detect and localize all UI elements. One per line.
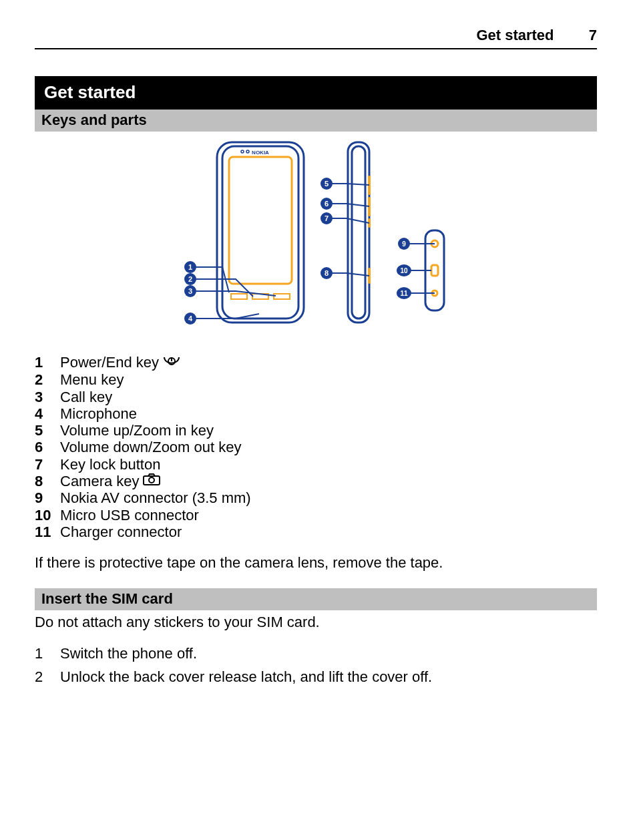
svg-text:4: 4 bbox=[188, 314, 193, 323]
parts-list-item: 6 Volume down/Zoom out key bbox=[35, 439, 597, 455]
parts-list-item: 4 Microphone bbox=[35, 405, 597, 422]
step-item: 1 Switch the phone off. bbox=[35, 642, 597, 665]
part-label: Power/End key bbox=[60, 354, 159, 371]
part-number: 6 bbox=[35, 439, 60, 455]
sim-steps-list: 1 Switch the phone off. 2 Unlock the bac… bbox=[35, 642, 597, 688]
part-label: Key lock button bbox=[60, 456, 160, 473]
part-label: Microphone bbox=[60, 405, 137, 422]
section2-title-text: Insert the SIM card bbox=[41, 590, 173, 607]
part-label: Menu key bbox=[60, 371, 124, 388]
chapter-title: Get started bbox=[35, 76, 597, 110]
svg-text:3: 3 bbox=[188, 287, 192, 295]
brand-label: NOKIA bbox=[252, 150, 269, 156]
part-label: Micro USB connector bbox=[60, 507, 199, 523]
parts-list-item: 1 Power/End key bbox=[35, 353, 597, 371]
page-number: 7 bbox=[570, 27, 597, 44]
svg-point-40 bbox=[149, 477, 154, 483]
running-header: Get started 7 bbox=[35, 27, 597, 49]
svg-text:7: 7 bbox=[325, 214, 329, 222]
part-label: Volume down/Zoom out key bbox=[60, 439, 241, 455]
step-text: Switch the phone off. bbox=[60, 642, 197, 665]
svg-rect-2 bbox=[229, 157, 292, 284]
svg-text:10: 10 bbox=[400, 267, 408, 274]
svg-text:6: 6 bbox=[325, 200, 329, 208]
part-label: Camera key bbox=[60, 473, 140, 489]
part-label: Call key bbox=[60, 389, 112, 405]
parts-list-item: 8 Camera key bbox=[35, 473, 597, 489]
running-title: Get started bbox=[476, 27, 554, 43]
svg-text:5: 5 bbox=[325, 180, 329, 188]
svg-rect-14 bbox=[352, 146, 365, 319]
svg-rect-1 bbox=[222, 146, 298, 319]
part-number: 1 bbox=[35, 354, 60, 371]
svg-text:8: 8 bbox=[325, 269, 329, 277]
part-number: 2 bbox=[35, 371, 60, 388]
parts-list-item: 7 Key lock button bbox=[35, 456, 597, 473]
parts-list-item: 9 Nokia AV connector (3.5 mm) bbox=[35, 489, 597, 506]
part-number: 5 bbox=[35, 422, 60, 439]
chapter-title-text: Get started bbox=[44, 82, 136, 102]
part-number: 4 bbox=[35, 405, 60, 422]
svg-text:11: 11 bbox=[400, 290, 408, 297]
parts-list-item: 2 Menu key bbox=[35, 371, 597, 388]
keys-and-parts-diagram: NOKIA 1 2 3 4 bbox=[35, 137, 597, 340]
camera-icon bbox=[142, 473, 161, 489]
part-number: 7 bbox=[35, 456, 60, 473]
section-keys-and-parts-title: Keys and parts bbox=[35, 110, 597, 132]
svg-text:1: 1 bbox=[188, 263, 192, 271]
svg-text:9: 9 bbox=[402, 240, 406, 248]
parts-list: 1 Power/End key 2 Menu key 3 Call key 4 … bbox=[35, 353, 597, 540]
part-label: Charger connector bbox=[60, 523, 182, 540]
section1-title-text: Keys and parts bbox=[41, 112, 147, 128]
camera-lens-note: If there is protective tape on the camer… bbox=[35, 554, 597, 572]
page: Get started 7 Get started Keys and parts… bbox=[0, 0, 637, 840]
step-item: 2 Unlock the back cover release latch, a… bbox=[35, 665, 597, 688]
parts-list-item: 10 Micro USB connector bbox=[35, 507, 597, 523]
step-number: 2 bbox=[35, 665, 60, 688]
part-number: 8 bbox=[35, 473, 60, 489]
part-number: 11 bbox=[35, 523, 60, 540]
svg-text:2: 2 bbox=[188, 275, 192, 283]
svg-rect-29 bbox=[431, 265, 438, 276]
svg-point-4 bbox=[246, 150, 249, 153]
part-label: Volume up/Zoom in key bbox=[60, 422, 214, 439]
phone-diagram-svg: NOKIA 1 2 3 4 bbox=[169, 137, 463, 337]
parts-list-item: 3 Call key bbox=[35, 389, 597, 405]
part-label: Nokia AV connector (3.5 mm) bbox=[60, 489, 251, 506]
step-text: Unlock the back cover release latch, and… bbox=[60, 665, 432, 688]
power-end-icon bbox=[162, 353, 182, 371]
parts-list-item: 5 Volume up/Zoom in key bbox=[35, 422, 597, 439]
parts-list-item: 11 Charger connector bbox=[35, 523, 597, 540]
part-number: 3 bbox=[35, 389, 60, 405]
svg-point-3 bbox=[241, 150, 244, 153]
part-number: 10 bbox=[35, 507, 60, 523]
step-number: 1 bbox=[35, 642, 60, 665]
section-insert-sim-title: Insert the SIM card bbox=[35, 588, 597, 610]
part-number: 9 bbox=[35, 489, 60, 506]
sim-intro: Do not attach any stickers to your SIM c… bbox=[35, 613, 597, 632]
